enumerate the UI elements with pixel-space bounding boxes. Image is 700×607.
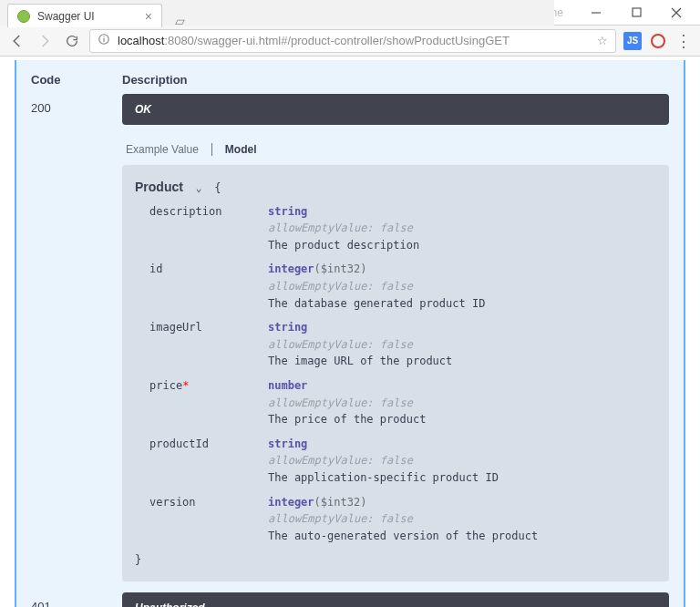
property-description: The application-specific product ID bbox=[268, 469, 656, 487]
property-body: integer($int32)allowEmptyValue: falseThe… bbox=[268, 261, 656, 312]
omnibox[interactable]: localhost:8080/swagger-ui.html#/product-… bbox=[89, 29, 616, 53]
property-type: integer bbox=[268, 262, 314, 275]
property-allow-empty: allowEmptyValue: false bbox=[268, 278, 656, 295]
response-row: 401 Unauthorized bbox=[31, 592, 669, 607]
property-type: number bbox=[268, 379, 307, 392]
property-allow-empty: allowEmptyValue: false bbox=[268, 220, 656, 237]
tab-title: Swagger UI bbox=[37, 10, 95, 23]
model-property: productIdstringallowEmptyValue: falseThe… bbox=[149, 436, 656, 487]
property-description: The image URL of the product bbox=[268, 353, 656, 370]
col-header-description: Description bbox=[122, 73, 669, 87]
property-type: string bbox=[268, 321, 307, 334]
response-status: Unauthorized bbox=[122, 592, 669, 607]
property-allow-empty: allowEmptyValue: false bbox=[268, 336, 656, 354]
response-row: 200 OK Example Value Model Product ⌄ { bbox=[31, 94, 669, 581]
responses-header: Code Description bbox=[31, 69, 669, 94]
property-body: integer($int32)allowEmptyValue: falseThe… bbox=[268, 494, 656, 545]
response-code: 200 bbox=[31, 94, 122, 581]
extension-icon[interactable] bbox=[649, 32, 667, 50]
property-name: imageUrl bbox=[149, 319, 268, 370]
property-allow-empty: allowEmptyValue: false bbox=[268, 452, 656, 469]
property-format: ($int32) bbox=[314, 496, 367, 509]
property-name: version bbox=[149, 494, 268, 545]
property-body: stringallowEmptyValue: falseThe product … bbox=[268, 203, 656, 254]
property-description: The auto-generated version of the produc… bbox=[268, 528, 656, 545]
response-code: 401 bbox=[31, 592, 122, 607]
tab-strip: Swagger UI × ▱ bbox=[0, 0, 554, 26]
model-property: idinteger($int32)allowEmptyValue: falseT… bbox=[149, 261, 656, 312]
tab-example-value[interactable]: Example Value bbox=[126, 143, 199, 156]
model-name[interactable]: Product bbox=[135, 180, 183, 194]
property-name: productId bbox=[149, 436, 268, 487]
model-property: price*numberallowEmptyValue: falseThe pr… bbox=[149, 377, 656, 428]
property-name: id bbox=[149, 261, 268, 312]
required-star-icon: * bbox=[182, 379, 189, 392]
svg-point-6 bbox=[103, 36, 104, 36]
address-bar: localhost:8080/swagger-ui.html#/product-… bbox=[0, 26, 700, 57]
extension-icon[interactable]: JS bbox=[623, 32, 642, 50]
browser-menu-button[interactable]: ⋮ bbox=[674, 32, 693, 50]
bookmark-star-icon[interactable]: ☆ bbox=[597, 34, 608, 47]
property-type: string bbox=[268, 205, 307, 218]
property-description: The price of the product bbox=[268, 411, 656, 428]
tab-separator bbox=[211, 143, 212, 156]
property-type: string bbox=[268, 437, 307, 450]
schema-toggle: Example Value Model bbox=[122, 143, 669, 156]
property-body: stringallowEmptyValue: falseThe applicat… bbox=[268, 436, 656, 487]
property-format: ($int32) bbox=[314, 262, 367, 275]
col-header-code: Code bbox=[31, 73, 122, 87]
reload-button[interactable] bbox=[62, 31, 82, 51]
property-description: The product description bbox=[268, 237, 656, 254]
property-body: numberallowEmptyValue: falseThe price of… bbox=[268, 377, 656, 428]
swagger-responses-panel: Code Description 200 OK Example Value Mo… bbox=[15, 60, 685, 607]
window-close-button[interactable] bbox=[656, 1, 696, 25]
close-brace: } bbox=[135, 551, 656, 569]
url-text: localhost:8080/swagger-ui.html#/product-… bbox=[118, 34, 510, 47]
back-button[interactable] bbox=[7, 31, 27, 51]
property-name: price* bbox=[149, 377, 268, 428]
svg-rect-1 bbox=[633, 8, 641, 16]
response-status: OK bbox=[122, 94, 669, 125]
window-minimize-button[interactable] bbox=[576, 1, 616, 25]
forward-button[interactable] bbox=[35, 31, 55, 51]
window-maximize-button[interactable] bbox=[616, 1, 656, 25]
model-property: imageUrlstringallowEmptyValue: falseThe … bbox=[149, 319, 656, 370]
property-allow-empty: allowEmptyValue: false bbox=[268, 510, 656, 528]
tab-model[interactable]: Model bbox=[225, 143, 257, 156]
model-box: Product ⌄ { descriptionstringallowEmptyV… bbox=[122, 165, 669, 581]
model-property: descriptionstringallowEmptyValue: falseT… bbox=[149, 203, 656, 254]
chevron-down-icon[interactable]: ⌄ bbox=[190, 182, 208, 194]
property-type: integer bbox=[268, 496, 314, 509]
model-property: versioninteger($int32)allowEmptyValue: f… bbox=[149, 494, 656, 545]
open-brace: { bbox=[214, 181, 221, 194]
tab-close-icon[interactable]: × bbox=[145, 10, 152, 23]
property-description: The database generated product ID bbox=[268, 295, 656, 313]
new-tab-button[interactable]: ▱ bbox=[170, 13, 190, 29]
property-allow-empty: allowEmptyValue: false bbox=[268, 395, 656, 412]
property-name: description bbox=[149, 203, 268, 254]
window-title-bar: Chrome Swagger UI × ▱ bbox=[0, 0, 700, 26]
swagger-favicon-icon bbox=[17, 10, 30, 23]
page-scroll[interactable]: Code Description 200 OK Example Value Mo… bbox=[0, 57, 700, 607]
property-body: stringallowEmptyValue: falseThe image UR… bbox=[268, 319, 656, 370]
site-info-icon[interactable] bbox=[98, 33, 110, 48]
browser-tab[interactable]: Swagger UI × bbox=[7, 4, 162, 27]
